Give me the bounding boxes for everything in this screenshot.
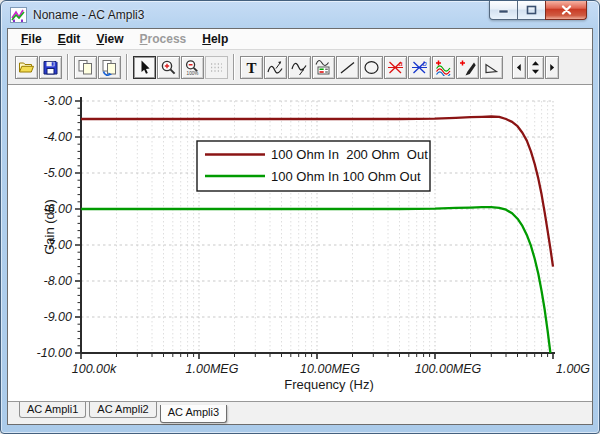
copy-special-button[interactable] <box>98 56 121 79</box>
grid-icon <box>208 59 225 76</box>
open-button[interactable] <box>15 56 38 79</box>
maximize-icon <box>526 5 537 15</box>
x-gridlines <box>117 101 554 353</box>
spinner-icon <box>528 59 543 76</box>
text-icon: T <box>243 59 260 76</box>
pointer-icon <box>136 59 153 76</box>
menu-item-file[interactable]: File <box>14 30 49 48</box>
svg-text:a: a <box>399 59 403 68</box>
tab-ac-ampli3[interactable]: AC Ampli3 <box>160 405 227 423</box>
legend-icon <box>315 59 332 76</box>
svg-text:1.00G: 1.00G <box>556 362 590 376</box>
tab-bar: AC Ampli1AC Ampli2AC Ampli3 <box>8 401 592 424</box>
y-axis-label: Gain (dB) <box>42 199 57 255</box>
svg-text:100.00k: 100.00k <box>72 362 117 376</box>
maximize-button[interactable] <box>518 1 545 20</box>
page-next-button[interactable] <box>545 56 559 79</box>
grid-button <box>205 56 228 79</box>
ellipse-button[interactable] <box>360 56 383 79</box>
title-bar[interactable]: Noname - AC Ampli3 <box>1 1 599 28</box>
copy-special-icon <box>101 59 118 76</box>
page-prev-button[interactable] <box>512 56 526 79</box>
close-icon <box>561 5 572 15</box>
minimize-icon <box>498 6 509 15</box>
line-button[interactable] <box>336 56 359 79</box>
toolbar-separator <box>67 54 69 80</box>
toolbar: 100%Tab <box>8 49 592 85</box>
cursor-b-icon: b <box>411 59 428 76</box>
svg-text:10.00MEG: 10.00MEG <box>300 362 360 376</box>
open-folder-icon <box>18 59 35 76</box>
svg-text:-4.00: -4.00 <box>44 130 73 144</box>
cursor-a-icon: a <box>387 59 404 76</box>
zoom-in-icon <box>160 59 177 76</box>
x-axis-ticks: 100.00k1.00MEG10.00MEG100.00MEG1.00G <box>72 353 591 376</box>
cursor-a-button[interactable]: a <box>384 56 407 79</box>
add-curves-icon <box>435 59 452 76</box>
tab-ac-ampli1[interactable]: AC Ampli1 <box>19 402 86 418</box>
pen-plus-icon <box>459 59 476 76</box>
ellipse-icon <box>363 59 380 76</box>
copy-button[interactable] <box>74 56 97 79</box>
zoom-in-button[interactable] <box>157 56 180 79</box>
svg-text:b: b <box>423 59 427 68</box>
svg-text:1.00MEG: 1.00MEG <box>186 362 239 376</box>
zoom-100-button[interactable]: 100% <box>181 56 204 79</box>
menu-item-help[interactable]: Help <box>195 30 235 48</box>
minimize-button[interactable] <box>489 1 518 20</box>
autoscale-a-button[interactable] <box>264 56 287 79</box>
app-window: Noname - AC Ampli3 FileEditViewProcessHe… <box>0 0 600 434</box>
polyline-button[interactable] <box>480 56 503 79</box>
tab-ac-ampli2[interactable]: AC Ampli2 <box>89 402 156 418</box>
add-curves-button[interactable] <box>432 56 455 79</box>
svg-text:-3.00: -3.00 <box>44 94 73 108</box>
autoscale-b-button[interactable] <box>288 56 311 79</box>
pointer-button[interactable] <box>133 56 156 79</box>
polyline-icon <box>483 59 500 76</box>
toolbar-separator <box>233 54 235 80</box>
save-icon <box>42 59 59 76</box>
text-button[interactable]: T <box>240 56 263 79</box>
client-area: FileEditViewProcessHelp 100%Tab -3.00-4.… <box>7 28 593 425</box>
line-icon <box>339 59 356 76</box>
zoom-out-icon: 100% <box>184 59 201 76</box>
toolbar-separator <box>126 54 128 80</box>
gain-plot: -3.00-4.00-5.00-6.00-7.00-8.00-9.00-10.0… <box>8 85 592 401</box>
svg-text:-10.00: -10.00 <box>37 346 72 360</box>
menu-item-process: Process <box>133 30 194 48</box>
menu-bar: FileEditViewProcessHelp <box>8 29 592 49</box>
svg-text:-9.00: -9.00 <box>44 310 73 324</box>
legend-button[interactable] <box>312 56 335 79</box>
chart-area: -3.00-4.00-5.00-6.00-7.00-8.00-9.00-10.0… <box>8 85 592 401</box>
x-axis-label: Frequency (Hz) <box>284 377 374 392</box>
svg-text:-8.00: -8.00 <box>44 274 73 288</box>
nav-right-icon <box>546 59 558 76</box>
cursor-b-button[interactable]: b <box>408 56 431 79</box>
caption-buttons <box>489 1 587 20</box>
menu-item-edit[interactable]: Edit <box>51 30 88 48</box>
close-button[interactable] <box>545 1 587 20</box>
window-title: Noname - AC Ampli3 <box>33 8 144 22</box>
svg-text:100 Ohm In 200 Ohm Out: 100 Ohm In 200 Ohm Out <box>271 147 428 162</box>
svg-text:100.00MEG: 100.00MEG <box>415 362 482 376</box>
curve-series-2[interactable] <box>81 207 550 353</box>
color-pen-button[interactable] <box>456 56 479 79</box>
tina-diagram-icon <box>10 7 27 23</box>
legend-box[interactable]: 100 Ohm In 200 Ohm Out100 Ohm In 100 Ohm… <box>197 141 430 191</box>
svg-text:T: T <box>246 59 256 75</box>
curve-arrow-b-icon <box>291 59 308 76</box>
menu-item-view[interactable]: View <box>89 30 130 48</box>
svg-text:100 Ohm In 100 Ohm Out: 100 Ohm In 100 Ohm Out <box>271 169 421 184</box>
copy-icon <box>77 59 94 76</box>
page-spinner[interactable] <box>527 56 544 79</box>
svg-text:100%: 100% <box>187 71 199 76</box>
save-button[interactable] <box>39 56 62 79</box>
nav-left-icon <box>513 59 525 76</box>
curve-arrow-a-icon <box>267 59 284 76</box>
svg-text:-5.00: -5.00 <box>44 166 73 180</box>
